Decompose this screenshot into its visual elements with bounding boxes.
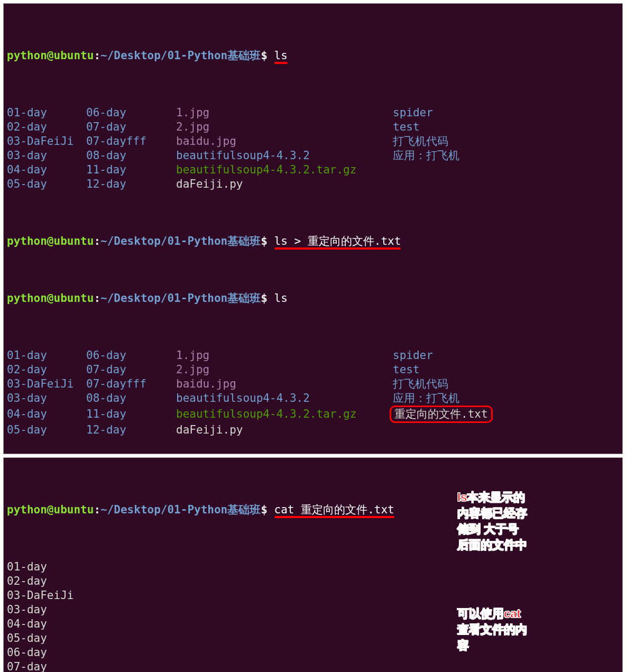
cmd-cat-underline: cat 重定向的文件.txt	[274, 503, 394, 517]
ls-cell: 07-dayfff	[86, 377, 176, 391]
cmd-text: ls > 重定向的文件.txt	[274, 235, 401, 247]
ls-cell: 03-DaFeiJi	[7, 377, 86, 391]
ls-cell: 03-DaFeiJi	[7, 134, 86, 149]
ls-cell: 11-day	[86, 163, 176, 177]
ls-cell: 2.jpg	[176, 120, 393, 134]
ls-cell: 12-day	[86, 423, 176, 437]
ls-cell: beautifulsoup4-4.3.2.tar.gz	[176, 163, 393, 177]
ls-row: 03-DaFeiJi07-dayfffbaidu.jpg打飞机代码	[7, 377, 619, 391]
ls-cell: 06-day	[86, 348, 176, 363]
prompt-colon: :	[94, 49, 100, 62]
cat-line: 06-day	[7, 646, 619, 660]
ls-cell: 02-day	[7, 120, 86, 134]
ls-cell: 04-day	[7, 407, 86, 421]
ls-cell: beautifulsoup4-4.3.2.tar.gz	[176, 407, 393, 421]
ls-cell: 11-day	[86, 407, 176, 421]
ls-cell: 07-day	[86, 120, 176, 134]
cmd-text: cat 重定向的文件.txt	[274, 503, 394, 516]
ls-cell: 应用：打飞机	[393, 391, 459, 406]
prompt-host: ubuntu	[54, 49, 94, 62]
cat-line: 03-DaFeiJi	[7, 588, 619, 603]
ls-row: 04-day11-daybeautifulsoup4-4.3.2.tar.gz重…	[7, 406, 619, 423]
ls-row: 03-DaFeiJi07-dayfffbaidu.jpg打飞机代码	[7, 134, 619, 149]
ls-output-1: 01-day06-day1.jpgspider02-day07-day2.jpg…	[7, 106, 619, 191]
cat-line: 02-day	[7, 574, 619, 588]
ls-cell: 05-day	[7, 177, 86, 191]
ls-cell: spider	[393, 106, 433, 120]
prompt-at: @	[47, 49, 54, 62]
prompt-line-4[interactable]: python@ubuntu:~/Desktop/01-Python基础班$ ca…	[7, 503, 619, 517]
ls-cell: 05-day	[7, 423, 86, 437]
ls-cell: 06-day	[86, 106, 176, 120]
prompt-line-3[interactable]: python@ubuntu:~/Desktop/01-Python基础班$ ls	[7, 291, 619, 306]
ls-cell: 08-day	[86, 391, 176, 406]
ls-cell: 12-day	[86, 177, 176, 191]
ls-row: 03-day08-daybeautifulsoup4-4.3.2应用：打飞机	[7, 149, 619, 163]
cat-line: 03-day	[7, 603, 619, 617]
ls-cell: 01-day	[7, 106, 86, 120]
ls-cell: 07-day	[86, 363, 176, 377]
ls-cell: daFeiji.py	[176, 177, 393, 191]
terminal-panel-bottom[interactable]: python@ubuntu:~/Desktop/01-Python基础班$ ca…	[3, 457, 623, 672]
prompt-user: python	[7, 49, 47, 62]
ls-cell: beautifulsoup4-4.3.2	[176, 391, 393, 406]
ls-cell: 02-day	[7, 363, 86, 377]
ls-cell: test	[393, 120, 420, 134]
prompt-line-1[interactable]: python@ubuntu:~/Desktop/01-Python基础班$ ls	[7, 49, 619, 63]
prompt-dollar: $	[261, 49, 268, 62]
cmd-ls-redirect-underline: ls > 重定向的文件.txt	[274, 234, 401, 248]
ls-cell: baidu.jpg	[176, 377, 393, 391]
ls-cell: 2.jpg	[176, 363, 393, 377]
terminal-panel-top[interactable]: python@ubuntu:~/Desktop/01-Python基础班$ ls…	[3, 3, 623, 454]
ls-cell: 重定向的文件.txt	[393, 406, 493, 423]
annotation-1: ls本来显示的 内容都已经存 储到 大于号 后面的文件中	[457, 490, 527, 553]
ls-row: 03-day08-daybeautifulsoup4-4.3.2应用：打飞机	[7, 391, 619, 406]
ls-cell: spider	[393, 348, 433, 363]
ls-cell: 03-day	[7, 391, 86, 406]
prompt-path-cjk: 基础班	[227, 49, 261, 62]
cmd-text: ls	[274, 292, 288, 305]
cmd-text: ls	[274, 49, 288, 62]
ls-cell: 打飞机代码	[393, 134, 448, 149]
ls-row: 01-day06-day1.jpgspider	[7, 106, 619, 120]
ls-cell: beautifulsoup4-4.3.2	[176, 149, 393, 163]
ls-row: 01-day06-day1.jpgspider	[7, 348, 619, 363]
cat-line: 07-day	[7, 660, 619, 672]
ls-row: 02-day07-day2.jpgtest	[7, 363, 619, 377]
ls-output-2: 01-day06-day1.jpgspider02-day07-day2.jpg…	[7, 348, 619, 437]
ls-row: 05-day12-daydaFeiji.py	[7, 177, 619, 191]
ls-cell: baidu.jpg	[176, 134, 393, 149]
cmd-ls-underline: ls	[274, 49, 288, 63]
prompt-path-ascii: ~/Desktop/01-Python	[100, 49, 227, 62]
ls-cell: 01-day	[7, 348, 86, 363]
ls-cell: 打飞机代码	[393, 377, 448, 391]
ls-cell: 07-dayfff	[86, 134, 176, 149]
ls-cell: 应用：打飞机	[393, 149, 459, 163]
cat-line: 01-day	[7, 560, 619, 574]
cat-line: 04-day	[7, 617, 619, 631]
ls-row: 02-day07-day2.jpgtest	[7, 120, 619, 134]
cat-output: 01-day02-day03-DaFeiJi03-day04-day05-day…	[7, 560, 619, 672]
ls-row: 04-day11-daybeautifulsoup4-4.3.2.tar.gz	[7, 163, 619, 177]
highlighted-file-box: 重定向的文件.txt	[390, 406, 493, 423]
ls-cell: test	[393, 363, 420, 377]
cat-line: 05-day	[7, 631, 619, 646]
ls-cell: 04-day	[7, 163, 86, 177]
ls-cell: 03-day	[7, 149, 86, 163]
annotation-2: 可以使用cat 查看文件的内 容	[457, 606, 527, 653]
ls-cell: 1.jpg	[176, 348, 393, 363]
prompt-line-2[interactable]: python@ubuntu:~/Desktop/01-Python基础班$ ls…	[7, 234, 619, 248]
ls-cell: 08-day	[86, 149, 176, 163]
ls-cell: 1.jpg	[176, 106, 393, 120]
ls-cell: daFeiji.py	[176, 423, 393, 437]
ls-row: 05-day12-daydaFeiji.py	[7, 423, 619, 437]
